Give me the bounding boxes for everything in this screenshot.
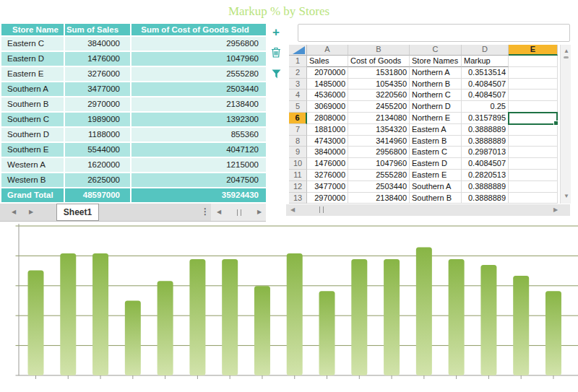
cell-D13[interactable]: 0.3888889: [462, 193, 509, 204]
bar-western-a[interactable]: [513, 276, 529, 375]
cell-C7[interactable]: Eastern A: [410, 124, 462, 136]
cell-C3[interactable]: Northern B: [410, 79, 462, 90]
pivot-cell[interactable]: 2970000: [65, 97, 131, 113]
cell-A11[interactable]: 3276000: [307, 170, 348, 181]
bar-southern-d[interactable]: [449, 259, 465, 375]
cell-E13[interactable]: [509, 193, 558, 204]
tab-right-arrow-icon[interactable]: ▶: [29, 209, 33, 216]
bar-northern-c[interactable]: [92, 253, 108, 375]
pivot-cell[interactable]: Eastern D: [1, 52, 65, 67]
pivot-cell[interactable]: 1989000: [65, 113, 131, 128]
pivot-cell[interactable]: 2503440: [131, 82, 266, 97]
pivot-cell[interactable]: 2138400: [131, 97, 266, 113]
column-header-C[interactable]: C: [410, 45, 462, 56]
pivot-cell[interactable]: 2555280: [131, 67, 266, 82]
pivot-cell[interactable]: Western B: [1, 173, 65, 188]
scroll-thumb[interactable]: [237, 209, 241, 216]
pivot-cell[interactable]: 3840000: [65, 37, 131, 52]
cell-B1[interactable]: Cost of Goods: [348, 56, 410, 67]
cell-E10[interactable]: [509, 158, 558, 170]
cell-C11[interactable]: Eastern E: [410, 170, 462, 181]
pivot-cell[interactable]: Eastern C: [1, 37, 65, 52]
cell-A3[interactable]: 1485000: [307, 79, 348, 90]
pivot-cell[interactable]: 2047500: [131, 173, 266, 188]
pivot-cell[interactable]: 48597000: [65, 188, 131, 204]
cell-E3[interactable]: [509, 79, 558, 90]
bar-southern-b[interactable]: [384, 259, 400, 375]
cell-C5[interactable]: Northern D: [410, 101, 462, 113]
cell-C10[interactable]: Eastern D: [410, 158, 462, 170]
pivot-cell[interactable]: 2625000: [65, 173, 131, 188]
cell-B3[interactable]: 1054350: [348, 79, 410, 90]
row-header-13[interactable]: 13: [289, 193, 307, 204]
row-header-7[interactable]: 7: [289, 124, 307, 136]
column-header-D[interactable]: D: [462, 45, 509, 56]
pivot-cell[interactable]: 4047120: [131, 143, 266, 158]
vertical-scrollbar[interactable]: ▲ ▼: [560, 45, 571, 204]
pivot-cell[interactable]: Southern E: [1, 143, 65, 158]
formula-bar[interactable]: [298, 24, 570, 42]
cell-D12[interactable]: 0.3888889: [462, 181, 509, 193]
tab-left-arrow-icon[interactable]: ◀: [12, 209, 16, 216]
bar-northern-e[interactable]: [158, 281, 173, 375]
scroll-down-arrow-icon[interactable]: ▼: [564, 193, 569, 199]
scroll-left-arrow-icon[interactable]: ◀: [217, 209, 221, 216]
cell-D3[interactable]: 0.4084507: [462, 79, 509, 90]
cell-A1[interactable]: Sales: [307, 56, 348, 67]
pivot-cell[interactable]: Southern A: [1, 82, 65, 97]
row-header-11[interactable]: 11: [289, 170, 307, 181]
pivot-cell[interactable]: 1620000: [65, 158, 131, 173]
pivot-column-header[interactable]: Sum of Cost of Goods Sold: [131, 24, 266, 37]
pivot-cell[interactable]: Grand Total: [1, 188, 65, 204]
bar-eastern-a[interactable]: [189, 259, 205, 375]
bar-northern-a[interactable]: [28, 271, 44, 375]
pivot-cell[interactable]: 35924430: [131, 188, 266, 204]
scroll-left-arrow-icon[interactable]: ◀: [290, 207, 295, 213]
cell-A8[interactable]: 4743000: [307, 136, 348, 147]
bar-eastern-c[interactable]: [254, 286, 270, 375]
pivot-cell[interactable]: 1392300: [131, 113, 266, 128]
cell-E8[interactable]: [509, 136, 558, 147]
cell-D11[interactable]: 0.2820513: [462, 170, 509, 181]
sheet-horizontal-scrollbar[interactable]: ◀ ▶: [286, 204, 570, 216]
cell-A12[interactable]: 3477000: [307, 181, 348, 193]
scroll-right-arrow-icon[interactable]: ▶: [553, 207, 558, 213]
cell-A9[interactable]: 3840000: [307, 147, 348, 158]
cell-A10[interactable]: 1476000: [307, 158, 348, 170]
bar-southern-c[interactable]: [416, 248, 432, 375]
bar-eastern-d[interactable]: [287, 253, 303, 375]
cell-B11[interactable]: 2555280: [348, 170, 410, 181]
cell-B12[interactable]: 2503440: [348, 181, 410, 193]
vertical-scroll-thumb[interactable]: [564, 56, 569, 58]
select-all-corner[interactable]: [289, 45, 307, 56]
cell-C1[interactable]: Store Names: [410, 56, 462, 67]
pivot-cell[interactable]: 1188000: [65, 128, 131, 143]
bar-eastern-e[interactable]: [319, 291, 335, 375]
pivot-cell[interactable]: 1215000: [131, 158, 266, 173]
cell-E11[interactable]: [509, 170, 558, 181]
cell-E7[interactable]: [509, 124, 558, 136]
pivot-cell[interactable]: 1047960: [131, 52, 266, 67]
pivot-cell[interactable]: 3276000: [65, 67, 131, 82]
sheet-tab[interactable]: Sheet1: [56, 204, 99, 221]
column-header-E[interactable]: E: [509, 45, 558, 56]
row-header-2[interactable]: 2: [289, 67, 307, 79]
cell-E4[interactable]: [509, 90, 558, 101]
cell-A5[interactable]: 3069000: [307, 101, 348, 113]
scroll-right-arrow-icon[interactable]: ▶: [257, 209, 262, 216]
row-header-5[interactable]: 5: [289, 101, 307, 113]
cell-A13[interactable]: 2970000: [307, 193, 348, 204]
cell-C6[interactable]: Northern E: [410, 113, 462, 124]
cell-D2[interactable]: 0.3513514: [462, 67, 509, 79]
row-header-8[interactable]: 8: [289, 136, 307, 147]
cell-C13[interactable]: Southern B: [410, 193, 462, 204]
row-header-6[interactable]: 6: [289, 113, 307, 124]
bar-northern-b[interactable]: [60, 253, 76, 375]
row-header-10[interactable]: 10: [289, 158, 307, 170]
column-header-B[interactable]: B: [348, 45, 410, 56]
cell-B2[interactable]: 1531800: [348, 67, 410, 79]
cell-A6[interactable]: 2808000: [307, 113, 348, 124]
pivot-cell[interactable]: Eastern E: [1, 67, 65, 82]
cell-E1[interactable]: [509, 56, 558, 67]
pivot-cell[interactable]: 5544000: [65, 143, 131, 158]
